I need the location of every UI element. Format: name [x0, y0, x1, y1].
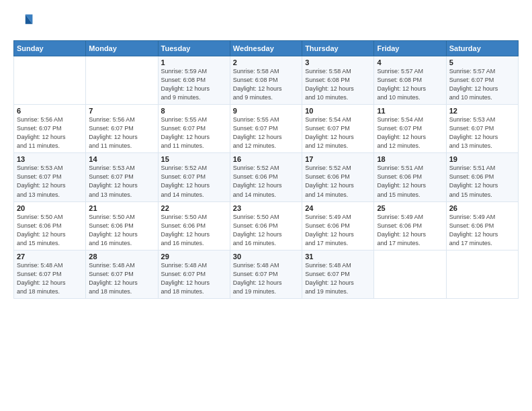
week-row-2: 6Sunrise: 5:56 AM Sunset: 6:07 PM Daylig…: [14, 105, 519, 153]
day-detail: Sunrise: 5:51 AM Sunset: 6:06 PM Dayligh…: [449, 164, 515, 199]
day-detail: Sunrise: 5:56 AM Sunset: 6:07 PM Dayligh…: [89, 116, 154, 150]
day-number: 3: [305, 58, 371, 66]
day-number: 19: [449, 155, 515, 163]
day-detail: Sunrise: 5:48 AM Sunset: 6:07 PM Dayligh…: [17, 261, 83, 296]
col-header-wednesday: Wednesday: [230, 41, 302, 56]
day-number: 23: [233, 204, 299, 212]
week-row-3: 13Sunrise: 5:53 AM Sunset: 6:07 PM Dayli…: [14, 153, 519, 201]
day-number: 8: [161, 107, 227, 115]
day-number: 25: [377, 204, 443, 212]
day-detail: Sunrise: 5:52 AM Sunset: 6:07 PM Dayligh…: [161, 164, 227, 199]
header-row: SundayMondayTuesdayWednesdayThursdayFrid…: [14, 41, 519, 56]
calendar-cell: 23Sunrise: 5:50 AM Sunset: 6:06 PM Dayli…: [230, 201, 302, 250]
calendar-cell: 2Sunrise: 5:58 AM Sunset: 6:08 PM Daylig…: [230, 56, 302, 105]
day-number: 22: [161, 204, 227, 212]
calendar-cell: 10Sunrise: 5:54 AM Sunset: 6:07 PM Dayli…: [302, 105, 374, 153]
day-detail: Sunrise: 5:50 AM Sunset: 6:06 PM Dayligh…: [161, 213, 227, 248]
day-number: 31: [305, 253, 371, 261]
week-row-5: 27Sunrise: 5:48 AM Sunset: 6:07 PM Dayli…: [14, 250, 519, 298]
calendar-cell: 26Sunrise: 5:49 AM Sunset: 6:06 PM Dayli…: [446, 201, 518, 250]
day-number: 10: [305, 107, 371, 115]
calendar-cell: [374, 250, 446, 298]
col-header-saturday: Saturday: [446, 41, 518, 56]
calendar-cell: 13Sunrise: 5:53 AM Sunset: 6:07 PM Dayli…: [14, 153, 86, 201]
calendar-cell: 19Sunrise: 5:51 AM Sunset: 6:06 PM Dayli…: [446, 153, 518, 201]
calendar-cell: 6Sunrise: 5:56 AM Sunset: 6:07 PM Daylig…: [14, 105, 86, 153]
day-number: 21: [89, 204, 154, 212]
day-number: 9: [233, 107, 299, 115]
calendar-cell: 15Sunrise: 5:52 AM Sunset: 6:07 PM Dayli…: [158, 153, 230, 201]
calendar-cell: 8Sunrise: 5:55 AM Sunset: 6:07 PM Daylig…: [158, 105, 230, 153]
calendar-cell: 31Sunrise: 5:48 AM Sunset: 6:07 PM Dayli…: [302, 250, 374, 298]
calendar-cell: 7Sunrise: 5:56 AM Sunset: 6:07 PM Daylig…: [86, 105, 158, 153]
calendar-cell: 21Sunrise: 5:50 AM Sunset: 6:06 PM Dayli…: [86, 201, 158, 250]
day-number: 17: [305, 155, 371, 163]
day-detail: Sunrise: 5:55 AM Sunset: 6:07 PM Dayligh…: [161, 116, 227, 150]
day-detail: Sunrise: 5:48 AM Sunset: 6:07 PM Dayligh…: [233, 261, 299, 296]
day-detail: Sunrise: 5:51 AM Sunset: 6:06 PM Dayligh…: [377, 164, 443, 199]
day-detail: Sunrise: 5:50 AM Sunset: 6:06 PM Dayligh…: [17, 213, 83, 248]
page: SundayMondayTuesdayWednesdayThursdayFrid…: [0, 0, 532, 411]
day-detail: Sunrise: 5:48 AM Sunset: 6:07 PM Dayligh…: [161, 261, 227, 296]
calendar-cell: 12Sunrise: 5:53 AM Sunset: 6:07 PM Dayli…: [446, 105, 518, 153]
week-row-4: 20Sunrise: 5:50 AM Sunset: 6:06 PM Dayli…: [14, 201, 519, 250]
calendar-cell: 24Sunrise: 5:49 AM Sunset: 6:06 PM Dayli…: [302, 201, 374, 250]
calendar-cell: 25Sunrise: 5:49 AM Sunset: 6:06 PM Dayli…: [374, 201, 446, 250]
col-header-friday: Friday: [374, 41, 446, 56]
day-detail: Sunrise: 5:54 AM Sunset: 6:07 PM Dayligh…: [377, 116, 443, 150]
day-detail: Sunrise: 5:53 AM Sunset: 6:07 PM Dayligh…: [89, 164, 154, 199]
calendar-cell: [86, 56, 158, 105]
logo-icon: [13, 12, 35, 34]
day-number: 20: [17, 204, 83, 212]
calendar-cell: 14Sunrise: 5:53 AM Sunset: 6:07 PM Dayli…: [86, 153, 158, 201]
day-number: 30: [233, 253, 299, 261]
day-number: 16: [233, 155, 299, 163]
calendar-cell: 4Sunrise: 5:57 AM Sunset: 6:08 PM Daylig…: [374, 56, 446, 105]
day-detail: Sunrise: 5:59 AM Sunset: 6:08 PM Dayligh…: [161, 67, 227, 102]
calendar-cell: 30Sunrise: 5:48 AM Sunset: 6:07 PM Dayli…: [230, 250, 302, 298]
calendar-cell: 29Sunrise: 5:48 AM Sunset: 6:07 PM Dayli…: [158, 250, 230, 298]
day-detail: Sunrise: 5:48 AM Sunset: 6:07 PM Dayligh…: [305, 261, 371, 296]
day-detail: Sunrise: 5:58 AM Sunset: 6:08 PM Dayligh…: [233, 67, 299, 102]
calendar-cell: 9Sunrise: 5:55 AM Sunset: 6:07 PM Daylig…: [230, 105, 302, 153]
day-number: 6: [17, 107, 83, 115]
day-detail: Sunrise: 5:57 AM Sunset: 6:07 PM Dayligh…: [449, 67, 515, 102]
day-detail: Sunrise: 5:53 AM Sunset: 6:07 PM Dayligh…: [17, 164, 83, 199]
col-header-monday: Monday: [86, 41, 158, 56]
day-number: 1: [161, 58, 227, 66]
day-number: 15: [161, 155, 227, 163]
day-detail: Sunrise: 5:57 AM Sunset: 6:08 PM Dayligh…: [377, 67, 443, 102]
day-number: 11: [377, 107, 443, 115]
calendar-table: SundayMondayTuesdayWednesdayThursdayFrid…: [13, 40, 519, 299]
day-detail: Sunrise: 5:52 AM Sunset: 6:06 PM Dayligh…: [233, 164, 299, 199]
calendar-cell: 22Sunrise: 5:50 AM Sunset: 6:06 PM Dayli…: [158, 201, 230, 250]
day-number: 13: [17, 155, 83, 163]
col-header-tuesday: Tuesday: [158, 41, 230, 56]
col-header-thursday: Thursday: [302, 41, 374, 56]
calendar-cell: 11Sunrise: 5:54 AM Sunset: 6:07 PM Dayli…: [374, 105, 446, 153]
day-detail: Sunrise: 5:49 AM Sunset: 6:06 PM Dayligh…: [377, 213, 443, 248]
day-number: 29: [161, 253, 227, 261]
day-detail: Sunrise: 5:54 AM Sunset: 6:07 PM Dayligh…: [305, 116, 371, 150]
logo: [13, 12, 38, 34]
calendar-cell: [14, 56, 86, 105]
day-number: 28: [89, 253, 154, 261]
day-detail: Sunrise: 5:55 AM Sunset: 6:07 PM Dayligh…: [233, 116, 299, 150]
calendar-cell: 20Sunrise: 5:50 AM Sunset: 6:06 PM Dayli…: [14, 201, 86, 250]
calendar-cell: 3Sunrise: 5:58 AM Sunset: 6:08 PM Daylig…: [302, 56, 374, 105]
calendar-cell: 17Sunrise: 5:52 AM Sunset: 6:06 PM Dayli…: [302, 153, 374, 201]
day-number: 4: [377, 58, 443, 66]
day-number: 5: [449, 58, 515, 66]
calendar-cell: 1Sunrise: 5:59 AM Sunset: 6:08 PM Daylig…: [158, 56, 230, 105]
day-number: 14: [89, 155, 154, 163]
calendar-cell: 18Sunrise: 5:51 AM Sunset: 6:06 PM Dayli…: [374, 153, 446, 201]
day-detail: Sunrise: 5:52 AM Sunset: 6:06 PM Dayligh…: [305, 164, 371, 199]
header: [13, 12, 519, 34]
calendar-cell: 28Sunrise: 5:48 AM Sunset: 6:07 PM Dayli…: [86, 250, 158, 298]
day-number: 24: [305, 204, 371, 212]
day-number: 27: [17, 253, 83, 261]
day-number: 12: [449, 107, 515, 115]
day-detail: Sunrise: 5:49 AM Sunset: 6:06 PM Dayligh…: [449, 213, 515, 248]
calendar-cell: [446, 250, 518, 298]
calendar-cell: 27Sunrise: 5:48 AM Sunset: 6:07 PM Dayli…: [14, 250, 86, 298]
